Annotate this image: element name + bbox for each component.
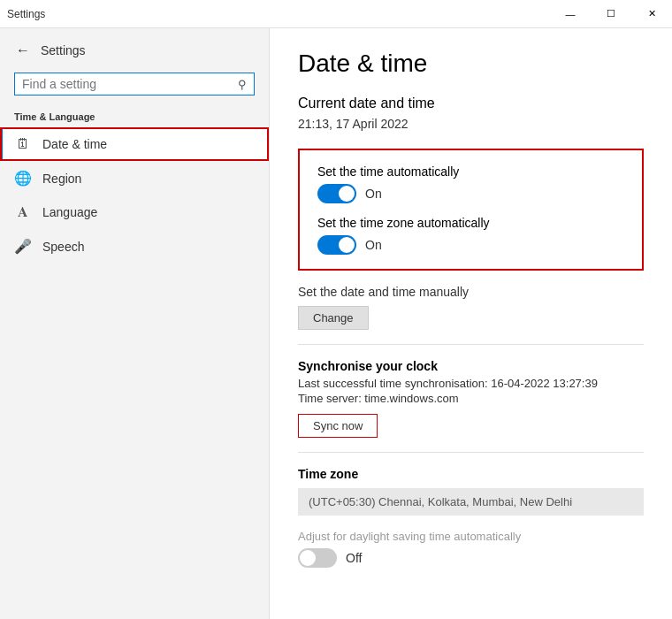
sidebar-header: ← Settings [0, 28, 269, 69]
current-datetime-value: 21:13, 17 April 2022 [298, 117, 644, 131]
back-button[interactable]: ← [14, 41, 32, 60]
manual-section: Set the date and time manually Change [298, 285, 644, 330]
search-box[interactable]: ⚲ [14, 73, 255, 96]
main-container: ← Settings ⚲ Time & Language 🗓 Date & ti… [0, 28, 672, 619]
search-input[interactable] [22, 77, 233, 91]
titlebar: Settings — ☐ ✕ [0, 0, 672, 28]
region-icon: 🌐 [14, 170, 32, 187]
sidebar: ← Settings ⚲ Time & Language 🗓 Date & ti… [0, 28, 270, 619]
titlebar-title: Settings [7, 8, 45, 20]
timezone-section: Time zone (UTC+05:30) Chennai, Kolkata, … [298, 467, 644, 516]
separator-2 [298, 452, 644, 453]
daylight-label: Adjust for daylight saving time automati… [298, 530, 644, 543]
sync-server: Time server: time.windows.com [298, 392, 644, 405]
auto-timezone-toggle[interactable] [317, 235, 356, 255]
sidebar-app-title: Settings [41, 43, 86, 57]
current-date-time-heading: Current date and time [298, 96, 644, 111]
search-icon: ⚲ [238, 78, 247, 91]
auto-time-toggle[interactable] [317, 184, 356, 203]
sidebar-item-region[interactable]: 🌐 Region [0, 161, 269, 195]
auto-time-toggle-thumb [339, 186, 355, 202]
daylight-toggle-thumb [300, 550, 316, 566]
auto-timezone-setting: Set the time zone automatically On [317, 216, 624, 255]
content-area: Date & time Current date and time 21:13,… [270, 28, 672, 619]
sidebar-item-speech-label: Speech [42, 240, 84, 254]
change-button[interactable]: Change [298, 306, 369, 330]
auto-time-label: Set the time automatically [317, 164, 624, 179]
maximize-button[interactable]: ☐ [591, 0, 631, 28]
sync-heading: Synchronise your clock [298, 359, 644, 373]
timezone-select[interactable]: (UTC+05:30) Chennai, Kolkata, Mumbai, Ne… [298, 488, 644, 516]
sidebar-section-label: Time & Language [0, 106, 269, 127]
language-icon: 𝐀 [14, 204, 32, 220]
auto-time-toggle-label: On [365, 187, 382, 201]
daylight-toggle-label: Off [346, 551, 362, 565]
sidebar-item-region-label: Region [42, 172, 81, 186]
daylight-section: Adjust for daylight saving time automati… [298, 530, 644, 568]
timezone-label: Time zone [298, 467, 644, 481]
sidebar-item-language[interactable]: 𝐀 Language [0, 195, 269, 229]
date-time-icon: 🗓 [14, 136, 32, 152]
sync-now-button[interactable]: Sync now [298, 414, 378, 438]
auto-timezone-label: Set the time zone automatically [317, 216, 624, 230]
manual-label: Set the date and time manually [298, 285, 644, 299]
auto-timezone-toggle-label: On [365, 238, 382, 252]
sidebar-item-language-label: Language [42, 205, 97, 219]
daylight-toggle[interactable] [298, 548, 337, 568]
daylight-toggle-row: Off [298, 548, 644, 568]
titlebar-controls: — ☐ ✕ [550, 0, 672, 28]
sidebar-item-date-time[interactable]: 🗓 Date & time [0, 127, 269, 161]
close-button[interactable]: ✕ [631, 0, 672, 28]
sidebar-item-speech[interactable]: 🎤 Speech [0, 229, 269, 264]
auto-settings-box: Set the time automatically On Set the ti… [298, 149, 644, 271]
sync-section: Synchronise your clock Last successful t… [298, 359, 644, 438]
minimize-button[interactable]: — [550, 0, 591, 28]
auto-timezone-toggle-track [317, 235, 356, 255]
titlebar-left: Settings [7, 8, 45, 20]
sync-last-sync: Last successful time synchronisation: 16… [298, 377, 644, 390]
daylight-toggle-track [298, 548, 337, 568]
auto-timezone-toggle-thumb [339, 237, 355, 253]
auto-time-toggle-row: On [317, 184, 624, 203]
auto-time-setting: Set the time automatically On [317, 164, 624, 203]
auto-time-toggle-track [317, 184, 356, 203]
speech-icon: 🎤 [14, 238, 32, 255]
sidebar-item-date-time-label: Date & time [42, 137, 107, 151]
separator-1 [298, 344, 644, 345]
page-title: Date & time [298, 50, 644, 78]
auto-timezone-toggle-row: On [317, 235, 624, 255]
